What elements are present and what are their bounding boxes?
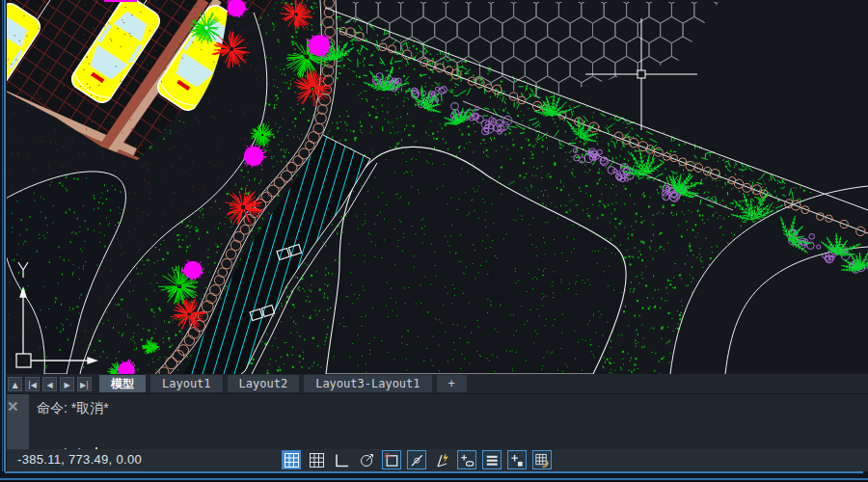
tab-scroll-left[interactable]: ◀ xyxy=(42,377,57,391)
menu-bar-icon[interactable] xyxy=(482,450,502,469)
ortho-mode-icon[interactable] xyxy=(332,450,351,469)
close-icon[interactable]: ✕ xyxy=(7,398,19,415)
layout-tab-layout2[interactable]: Layout2 xyxy=(228,375,300,392)
model-space-canvas[interactable] xyxy=(0,0,868,374)
tab-scroll-up[interactable]: ▲ xyxy=(8,377,22,391)
tab-scroll-right[interactable]: ▶ xyxy=(60,377,74,391)
dynamic-ucs-icon[interactable] xyxy=(432,450,451,469)
object-snap-icon[interactable] xyxy=(382,450,401,469)
window-bottom-frame xyxy=(0,471,868,482)
tab-navigation-buttons: ▲|◀◀▶▶| xyxy=(8,377,92,391)
layout-tab-模型[interactable]: 模型 xyxy=(99,375,146,392)
cad-application-window: ▲|◀◀▶▶| 模型Layout1Layout2Layout3-Layout1+… xyxy=(0,0,868,482)
coordinates-readout[interactable]: -385.11, 773.49, 0.00 xyxy=(17,452,142,467)
tab-scroll-last[interactable]: ▶| xyxy=(77,377,92,391)
snap-grid-icon[interactable] xyxy=(282,450,301,469)
command-history-line: 命令: *取消* xyxy=(37,400,109,417)
window-left-frame xyxy=(0,0,7,471)
grid-display-icon[interactable] xyxy=(307,450,326,469)
layout-tab-layout3-layout1[interactable]: Layout3-Layout1 xyxy=(304,375,431,392)
tab-scroll-first[interactable]: |◀ xyxy=(25,377,40,391)
object-snap-tracking-icon[interactable] xyxy=(407,450,426,469)
lineweight-icon[interactable] xyxy=(457,450,476,469)
command-line-panel[interactable]: ✕ 命令: *取消* 命令: xyxy=(0,393,868,450)
status-toggle-icons xyxy=(282,450,552,469)
layout-tabs: 模型Layout1Layout2Layout3-Layout1+ xyxy=(99,375,467,392)
layout-tab-layout1[interactable]: Layout1 xyxy=(150,375,223,392)
polar-tracking-icon[interactable] xyxy=(357,450,376,469)
layout-tab-bar: ▲|◀◀▶▶| 模型Layout1Layout2Layout3-Layout1+ xyxy=(0,374,868,393)
drawing-viewport[interactable] xyxy=(0,0,868,374)
annotation-scale-icon[interactable] xyxy=(532,450,552,469)
layout-tab-new[interactable]: + xyxy=(437,375,467,392)
status-bar: -385.11, 773.49, 0.00 xyxy=(0,449,868,471)
quick-properties-icon[interactable] xyxy=(507,450,527,469)
